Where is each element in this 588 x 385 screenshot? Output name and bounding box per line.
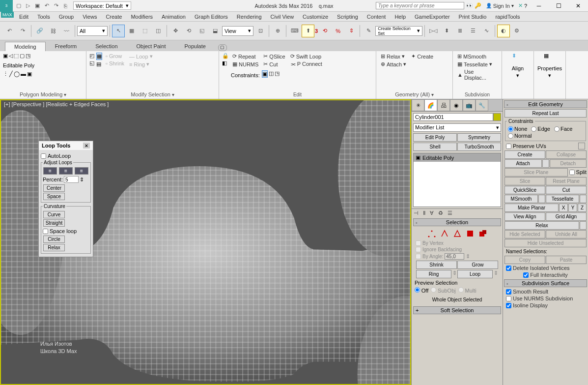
minimize-button[interactable]: ─ [529, 0, 549, 12]
msmooth-button[interactable]: ⊞ MSmooth [456, 53, 499, 60]
viewport-label[interactable]: [+] [Perspective ] [Realistic + Edged Fa… [4, 101, 109, 107]
adjust-icon-3[interactable]: ≡ [75, 167, 88, 175]
relax-settings[interactable] [580, 221, 587, 230]
constraint-none-icon[interactable]: ▣ [262, 70, 268, 78]
shrink-button[interactable]: ▫ Shrink [104, 60, 126, 67]
menu-graph-editors[interactable]: Graph Editors [190, 13, 232, 21]
object-color-swatch[interactable] [493, 113, 501, 121]
modifier-stack[interactable]: ▣ Editable Poly [413, 153, 501, 207]
ms-icon-3[interactable]: ▦ [96, 53, 102, 60]
material-editor-button[interactable]: ◐ [497, 25, 510, 37]
modifier-list-dropdown[interactable]: Modifier List▾ [413, 123, 501, 132]
ribbon-tab-selection[interactable]: Selection [86, 41, 127, 51]
render-setup-button[interactable]: ⚙ [510, 25, 523, 37]
preview-off-radio[interactable] [415, 287, 420, 293]
selection-filter-dropdown[interactable]: All▾ [77, 26, 108, 36]
curve-button[interactable]: Curve [43, 211, 65, 218]
so-edge-icon[interactable]: ╱ [9, 71, 13, 77]
planar-z-button[interactable]: Z [578, 204, 587, 212]
tab-motion-icon[interactable]: ◉ [450, 99, 463, 111]
create-button[interactable]: Create [504, 150, 545, 159]
preserve-uvs-settings[interactable] [578, 143, 585, 149]
grid-align-button[interactable]: Grid Align [546, 212, 587, 221]
align-button[interactable]: ⬍ [440, 25, 453, 37]
msmooth-settings[interactable] [538, 195, 545, 203]
repeat-button[interactable]: ⟳ Repeat [231, 53, 260, 60]
menu-rapidtools[interactable]: rapidTools [491, 13, 524, 21]
bind-icon[interactable]: 〰 [60, 25, 73, 37]
align-bigbutton[interactable]: ⬍ Align▾ [505, 53, 531, 79]
relax-button[interactable]: ⊞ Relax ▾ [379, 53, 408, 60]
select-by-name-button[interactable]: ▦ [125, 25, 138, 37]
tab-hierarchy-icon[interactable]: 品 [437, 99, 450, 111]
rollout-subdivision-surface[interactable]: Subdivision Surface [504, 279, 587, 287]
tab-display-icon[interactable]: 📺 [463, 99, 476, 111]
menu-views[interactable]: Views [78, 13, 101, 21]
tab-utilities-icon[interactable]: 🔧 [476, 99, 488, 111]
new-icon[interactable]: ▢ [14, 1, 23, 10]
tessellate-button[interactable]: ▦ Tessellate ▾ [456, 60, 499, 68]
so-vertex-icon[interactable]: ⋮ [3, 71, 8, 77]
turbosmooth-button[interactable]: TurboSmooth [457, 143, 501, 151]
percent-snap-button[interactable]: % [332, 25, 344, 37]
open-icon[interactable]: ▷ [24, 1, 32, 10]
menu-gameexporter[interactable]: GameExporter [410, 13, 454, 21]
show-end-result-icon[interactable]: Ⅱ [423, 210, 425, 216]
named-selection-set-dropdown[interactable]: Create Selection Set▾ [375, 26, 422, 36]
edit-icon-2[interactable]: ◧ [222, 60, 229, 66]
ms-icon-4[interactable]: ▤ [96, 61, 102, 67]
menu-modifiers[interactable]: Modifiers [126, 13, 157, 21]
use-displac-button[interactable]: ▲ Use Displac... [456, 68, 499, 81]
circle-button[interactable]: Circle [43, 236, 65, 243]
loop-tools-window[interactable]: Loop Tools × AutoLoop Adjust Loops ≡ ≡ ≡… [38, 141, 93, 257]
spinner-snap-button[interactable]: ⇕ [345, 25, 358, 37]
straight-button[interactable]: Straight [43, 219, 65, 227]
menu-customize[interactable]: Customize [298, 13, 333, 21]
binoculars-icon[interactable]: 👀 [466, 2, 473, 9]
object-name-input[interactable] [413, 113, 493, 121]
stack-item-editable-poly[interactable]: ▣ Editable Poly [414, 153, 501, 162]
poly-icon-5[interactable]: ◳ [26, 53, 30, 59]
layers-button[interactable]: ≣ [453, 25, 466, 37]
spinner-icon[interactable]: ⇕ [80, 177, 84, 183]
manipulate-button[interactable]: ⊕ [271, 25, 284, 37]
planar-y-button[interactable]: Y [568, 204, 577, 212]
window-crossing-button[interactable]: ◫ [152, 25, 165, 37]
menu-help[interactable]: Help [390, 13, 410, 21]
adjust-icon-1[interactable]: ≡ [43, 167, 57, 175]
shrink-button[interactable]: Shrink [416, 261, 457, 269]
repeat-last-button[interactable]: Repeat Last [504, 109, 587, 118]
ribbon-minimize-button[interactable]: ▢ [218, 44, 227, 51]
space-button[interactable]: Space [43, 193, 65, 200]
shell-button[interactable]: Shell [413, 143, 457, 151]
msmooth-button[interactable]: MSmooth [504, 195, 538, 203]
split-checkbox[interactable] [569, 170, 575, 175]
tab-create-icon[interactable]: ✳ [412, 99, 424, 111]
loop-tools-titlebar[interactable]: Loop Tools × [39, 141, 93, 150]
rollout-soft-selection[interactable]: Soft Selection [413, 306, 501, 314]
so-element-icon[interactable]: ▣ [27, 71, 32, 77]
workspace-dropdown[interactable]: Workspace: Default▾ [73, 1, 131, 10]
menu-rendering[interactable]: Rendering [232, 13, 266, 21]
so-element-icon[interactable] [478, 229, 487, 238]
maximize-button[interactable]: ☐ [549, 0, 568, 12]
help-icon[interactable]: ? [524, 3, 527, 9]
ribbon-tab-object-paint[interactable]: Object Paint [127, 41, 175, 51]
ring-button[interactable]: Ring [416, 270, 451, 278]
menu-group[interactable]: Group [55, 13, 79, 21]
key-icon[interactable]: 🔑 [475, 2, 481, 9]
exchange-icon[interactable]: ✕ [518, 2, 523, 9]
ribbon-tab-modeling[interactable]: Modeling [5, 42, 46, 51]
constraint-face-radio[interactable] [554, 126, 560, 132]
redo-icon[interactable]: ↷ [52, 1, 60, 10]
pin-stack-icon[interactable]: ⊣ [414, 210, 419, 216]
project-icon[interactable]: ⎘ [61, 1, 70, 10]
edit-poly-button[interactable]: Edit Poly [413, 133, 457, 142]
menu-animation[interactable]: Animation [157, 13, 190, 21]
cut-button[interactable]: ✂ Cut [262, 60, 286, 68]
poly-icon[interactable]: ▣ [3, 53, 8, 59]
rollout-selection[interactable]: Selection [413, 218, 501, 226]
select-move-button[interactable]: ✥ [169, 25, 182, 37]
loop-button[interactable]: Loop [457, 270, 493, 278]
grow-button[interactable]: ▫ Grow [104, 53, 126, 59]
